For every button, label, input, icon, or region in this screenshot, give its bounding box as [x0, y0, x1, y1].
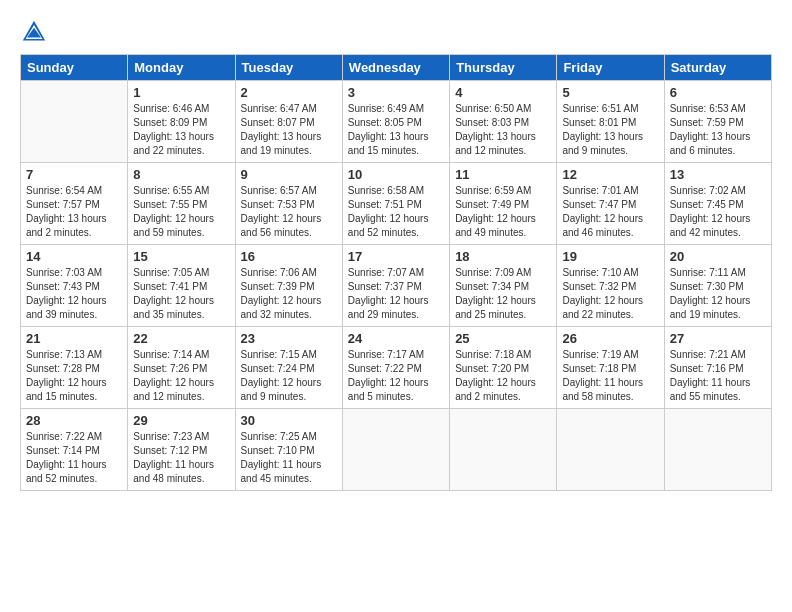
day-info: Sunrise: 7:14 AM Sunset: 7:26 PM Dayligh… — [133, 348, 229, 404]
calendar-cell — [21, 81, 128, 163]
calendar-week-row: 7Sunrise: 6:54 AM Sunset: 7:57 PM Daylig… — [21, 163, 772, 245]
day-info: Sunrise: 7:07 AM Sunset: 7:37 PM Dayligh… — [348, 266, 444, 322]
day-number: 5 — [562, 85, 658, 100]
calendar-cell: 2Sunrise: 6:47 AM Sunset: 8:07 PM Daylig… — [235, 81, 342, 163]
day-info: Sunrise: 6:50 AM Sunset: 8:03 PM Dayligh… — [455, 102, 551, 158]
day-info: Sunrise: 7:15 AM Sunset: 7:24 PM Dayligh… — [241, 348, 337, 404]
calendar-table: SundayMondayTuesdayWednesdayThursdayFrid… — [20, 54, 772, 491]
calendar-cell — [450, 409, 557, 491]
calendar-header-tuesday: Tuesday — [235, 55, 342, 81]
calendar-header-sunday: Sunday — [21, 55, 128, 81]
calendar-cell: 3Sunrise: 6:49 AM Sunset: 8:05 PM Daylig… — [342, 81, 449, 163]
day-number: 13 — [670, 167, 766, 182]
day-number: 25 — [455, 331, 551, 346]
day-info: Sunrise: 6:53 AM Sunset: 7:59 PM Dayligh… — [670, 102, 766, 158]
calendar-cell: 4Sunrise: 6:50 AM Sunset: 8:03 PM Daylig… — [450, 81, 557, 163]
logo-icon — [20, 18, 48, 46]
day-number: 3 — [348, 85, 444, 100]
calendar-week-row: 14Sunrise: 7:03 AM Sunset: 7:43 PM Dayli… — [21, 245, 772, 327]
day-number: 23 — [241, 331, 337, 346]
day-number: 19 — [562, 249, 658, 264]
day-number: 12 — [562, 167, 658, 182]
day-info: Sunrise: 7:23 AM Sunset: 7:12 PM Dayligh… — [133, 430, 229, 486]
day-info: Sunrise: 7:01 AM Sunset: 7:47 PM Dayligh… — [562, 184, 658, 240]
day-info: Sunrise: 7:19 AM Sunset: 7:18 PM Dayligh… — [562, 348, 658, 404]
day-info: Sunrise: 7:02 AM Sunset: 7:45 PM Dayligh… — [670, 184, 766, 240]
day-number: 11 — [455, 167, 551, 182]
calendar-cell: 30Sunrise: 7:25 AM Sunset: 7:10 PM Dayli… — [235, 409, 342, 491]
day-info: Sunrise: 7:03 AM Sunset: 7:43 PM Dayligh… — [26, 266, 122, 322]
day-info: Sunrise: 7:06 AM Sunset: 7:39 PM Dayligh… — [241, 266, 337, 322]
calendar-cell: 18Sunrise: 7:09 AM Sunset: 7:34 PM Dayli… — [450, 245, 557, 327]
calendar-cell: 13Sunrise: 7:02 AM Sunset: 7:45 PM Dayli… — [664, 163, 771, 245]
day-info: Sunrise: 6:51 AM Sunset: 8:01 PM Dayligh… — [562, 102, 658, 158]
calendar-page: SundayMondayTuesdayWednesdayThursdayFrid… — [0, 0, 792, 612]
day-number: 26 — [562, 331, 658, 346]
day-number: 17 — [348, 249, 444, 264]
calendar-cell: 12Sunrise: 7:01 AM Sunset: 7:47 PM Dayli… — [557, 163, 664, 245]
day-number: 2 — [241, 85, 337, 100]
calendar-cell: 21Sunrise: 7:13 AM Sunset: 7:28 PM Dayli… — [21, 327, 128, 409]
calendar-header-friday: Friday — [557, 55, 664, 81]
day-info: Sunrise: 6:55 AM Sunset: 7:55 PM Dayligh… — [133, 184, 229, 240]
calendar-cell: 26Sunrise: 7:19 AM Sunset: 7:18 PM Dayli… — [557, 327, 664, 409]
day-info: Sunrise: 7:25 AM Sunset: 7:10 PM Dayligh… — [241, 430, 337, 486]
calendar-header-monday: Monday — [128, 55, 235, 81]
calendar-cell — [557, 409, 664, 491]
day-number: 8 — [133, 167, 229, 182]
calendar-header-saturday: Saturday — [664, 55, 771, 81]
calendar-cell — [342, 409, 449, 491]
day-number: 7 — [26, 167, 122, 182]
day-number: 30 — [241, 413, 337, 428]
day-number: 24 — [348, 331, 444, 346]
calendar-cell: 11Sunrise: 6:59 AM Sunset: 7:49 PM Dayli… — [450, 163, 557, 245]
calendar-cell: 10Sunrise: 6:58 AM Sunset: 7:51 PM Dayli… — [342, 163, 449, 245]
calendar-cell: 22Sunrise: 7:14 AM Sunset: 7:26 PM Dayli… — [128, 327, 235, 409]
calendar-cell: 7Sunrise: 6:54 AM Sunset: 7:57 PM Daylig… — [21, 163, 128, 245]
day-info: Sunrise: 7:21 AM Sunset: 7:16 PM Dayligh… — [670, 348, 766, 404]
day-info: Sunrise: 7:05 AM Sunset: 7:41 PM Dayligh… — [133, 266, 229, 322]
calendar-header-wednesday: Wednesday — [342, 55, 449, 81]
calendar-cell: 24Sunrise: 7:17 AM Sunset: 7:22 PM Dayli… — [342, 327, 449, 409]
calendar-cell: 23Sunrise: 7:15 AM Sunset: 7:24 PM Dayli… — [235, 327, 342, 409]
day-number: 1 — [133, 85, 229, 100]
day-info: Sunrise: 7:18 AM Sunset: 7:20 PM Dayligh… — [455, 348, 551, 404]
calendar-cell: 25Sunrise: 7:18 AM Sunset: 7:20 PM Dayli… — [450, 327, 557, 409]
day-info: Sunrise: 6:47 AM Sunset: 8:07 PM Dayligh… — [241, 102, 337, 158]
header — [20, 18, 772, 46]
calendar-cell: 5Sunrise: 6:51 AM Sunset: 8:01 PM Daylig… — [557, 81, 664, 163]
day-info: Sunrise: 7:17 AM Sunset: 7:22 PM Dayligh… — [348, 348, 444, 404]
calendar-cell: 28Sunrise: 7:22 AM Sunset: 7:14 PM Dayli… — [21, 409, 128, 491]
day-number: 18 — [455, 249, 551, 264]
calendar-cell: 15Sunrise: 7:05 AM Sunset: 7:41 PM Dayli… — [128, 245, 235, 327]
day-number: 21 — [26, 331, 122, 346]
day-info: Sunrise: 6:54 AM Sunset: 7:57 PM Dayligh… — [26, 184, 122, 240]
logo — [20, 18, 52, 46]
calendar-week-row: 28Sunrise: 7:22 AM Sunset: 7:14 PM Dayli… — [21, 409, 772, 491]
day-number: 14 — [26, 249, 122, 264]
calendar-cell: 9Sunrise: 6:57 AM Sunset: 7:53 PM Daylig… — [235, 163, 342, 245]
calendar-cell: 17Sunrise: 7:07 AM Sunset: 7:37 PM Dayli… — [342, 245, 449, 327]
day-number: 6 — [670, 85, 766, 100]
day-number: 16 — [241, 249, 337, 264]
calendar-cell — [664, 409, 771, 491]
calendar-cell: 20Sunrise: 7:11 AM Sunset: 7:30 PM Dayli… — [664, 245, 771, 327]
calendar-header-thursday: Thursday — [450, 55, 557, 81]
day-info: Sunrise: 7:09 AM Sunset: 7:34 PM Dayligh… — [455, 266, 551, 322]
day-info: Sunrise: 7:10 AM Sunset: 7:32 PM Dayligh… — [562, 266, 658, 322]
day-info: Sunrise: 6:46 AM Sunset: 8:09 PM Dayligh… — [133, 102, 229, 158]
calendar-cell: 29Sunrise: 7:23 AM Sunset: 7:12 PM Dayli… — [128, 409, 235, 491]
calendar-cell: 1Sunrise: 6:46 AM Sunset: 8:09 PM Daylig… — [128, 81, 235, 163]
calendar-week-row: 21Sunrise: 7:13 AM Sunset: 7:28 PM Dayli… — [21, 327, 772, 409]
day-number: 9 — [241, 167, 337, 182]
day-info: Sunrise: 6:49 AM Sunset: 8:05 PM Dayligh… — [348, 102, 444, 158]
calendar-cell: 14Sunrise: 7:03 AM Sunset: 7:43 PM Dayli… — [21, 245, 128, 327]
day-number: 22 — [133, 331, 229, 346]
calendar-cell: 6Sunrise: 6:53 AM Sunset: 7:59 PM Daylig… — [664, 81, 771, 163]
calendar-header-row: SundayMondayTuesdayWednesdayThursdayFrid… — [21, 55, 772, 81]
day-info: Sunrise: 6:59 AM Sunset: 7:49 PM Dayligh… — [455, 184, 551, 240]
day-info: Sunrise: 7:22 AM Sunset: 7:14 PM Dayligh… — [26, 430, 122, 486]
day-number: 20 — [670, 249, 766, 264]
day-number: 29 — [133, 413, 229, 428]
day-number: 4 — [455, 85, 551, 100]
